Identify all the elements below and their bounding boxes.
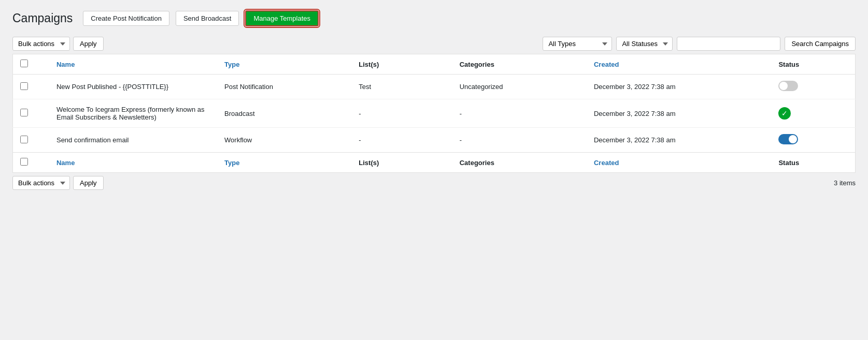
search-campaigns-button[interactable]: Search Campaigns (785, 37, 856, 51)
footer-header-status: Status (771, 153, 855, 173)
campaign-categories: Uncategorized (452, 75, 587, 99)
campaigns-table: Name Type List(s) Categories Created Sta… (12, 54, 856, 173)
bulk-actions-select-bottom[interactable]: Bulk actions (12, 176, 70, 190)
campaign-type: Post Notification (217, 75, 351, 99)
campaign-name: Welcome To Icegram Express (formerly kno… (49, 99, 217, 128)
table-header-row: Name Type List(s) Categories Created Sta… (13, 54, 856, 75)
campaign-status[interactable] (771, 75, 855, 99)
sent-check-icon: ✓ (778, 107, 791, 120)
table-footer-header-row: Name Type List(s) Categories Created Sta… (13, 153, 856, 173)
bulk-actions-bottom: Bulk actions Apply (12, 176, 104, 190)
page-title: Campaigns (12, 11, 73, 25)
campaign-created: December 3, 2022 7:38 am (587, 99, 771, 128)
table-row: Welcome To Icegram Express (formerly kno… (13, 99, 856, 128)
campaign-type: Broadcast (217, 99, 351, 128)
header-created[interactable]: Created (587, 54, 771, 75)
all-types-select[interactable]: All Types Post Notification Broadcast Wo… (543, 37, 612, 51)
items-count: 3 items (834, 179, 856, 187)
header-check (13, 54, 49, 75)
toggle-off-switch[interactable] (778, 81, 798, 91)
header-name[interactable]: Name (49, 54, 217, 75)
bulk-actions-top: Bulk actions Apply (12, 37, 104, 51)
campaign-lists: - (351, 99, 452, 128)
campaign-status[interactable]: ✓ (771, 99, 855, 128)
table-row: Send confirmation emailWorkflow--Decembe… (13, 128, 856, 153)
header-type[interactable]: Type (217, 54, 351, 75)
apply-button-bottom[interactable]: Apply (73, 176, 104, 190)
footer-header-lists: List(s) (351, 153, 452, 173)
campaign-name: New Post Published - {{POSTTITLE}} (49, 75, 217, 99)
top-toolbar: Bulk actions Apply All Types Post Notifi… (12, 37, 856, 51)
bottom-toolbar: Bulk actions Apply 3 items (12, 176, 856, 190)
campaign-categories: - (452, 99, 587, 128)
select-all-checkbox-top[interactable] (20, 60, 28, 67)
footer-header-created[interactable]: Created (587, 153, 771, 173)
campaign-name: Send confirmation email (49, 128, 217, 153)
row-checkbox-0[interactable] (20, 82, 28, 90)
create-post-notification-button[interactable]: Create Post Notification (83, 11, 169, 26)
row-checkbox-1[interactable] (20, 109, 28, 116)
header-categories: Categories (452, 54, 587, 75)
footer-header-name[interactable]: Name (49, 153, 217, 173)
campaign-status[interactable] (771, 128, 855, 153)
bulk-actions-select-top[interactable]: Bulk actions (12, 37, 70, 51)
footer-header-type[interactable]: Type (217, 153, 351, 173)
footer-header-categories: Categories (452, 153, 587, 173)
campaign-categories: - (452, 128, 587, 153)
campaign-created: December 3, 2022 7:38 am (587, 128, 771, 153)
all-statuses-select[interactable]: All Statuses Active Inactive (616, 37, 673, 51)
toolbar-right: All Types Post Notification Broadcast Wo… (543, 37, 856, 51)
campaign-lists: - (351, 128, 452, 153)
footer-header-check (13, 153, 49, 173)
campaign-lists: Test (351, 75, 452, 99)
send-broadcast-button[interactable]: Send Broadcast (176, 11, 239, 26)
toggle-on-switch[interactable] (778, 134, 798, 144)
campaign-type: Workflow (217, 128, 351, 153)
header-lists: List(s) (351, 54, 452, 75)
manage-templates-button[interactable]: Manage Templates (245, 10, 319, 26)
header-status: Status (771, 54, 855, 75)
row-checkbox-2[interactable] (20, 136, 28, 143)
campaign-created: December 3, 2022 7:38 am (587, 75, 771, 99)
table-row: New Post Published - {{POSTTITLE}}Post N… (13, 75, 856, 99)
search-campaigns-input[interactable] (677, 37, 780, 51)
select-all-checkbox-bottom[interactable] (20, 158, 28, 166)
apply-button-top[interactable]: Apply (73, 37, 104, 51)
